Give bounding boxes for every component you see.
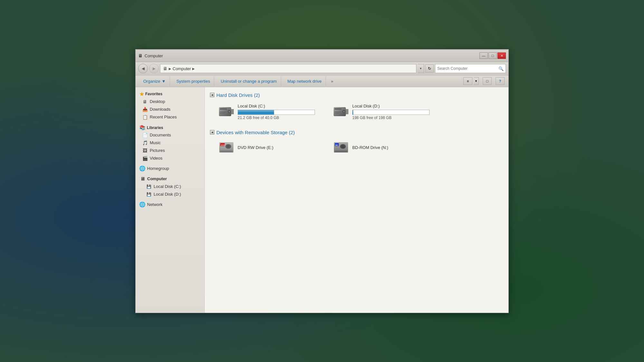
sidebar-computer-section: 🖥 Computer 💾 Local Disk (C:) 💾 Local Dis… — [136, 175, 204, 198]
map-network-button[interactable]: Map network drive — [284, 76, 326, 86]
drive-item-d[interactable]: Local Disk (D:) 198 GB free of 198 GB — [331, 102, 440, 122]
sidebar-item-homegroup[interactable]: 🌐 Homegroup — [136, 165, 204, 172]
drive-d-name: Local Disk (D:) — [352, 104, 439, 108]
sidebar-item-recent[interactable]: 📋 Recent Places — [136, 113, 204, 121]
sidebar-item-network[interactable]: 🌐 Network — [136, 201, 204, 209]
address-arrow1: ▶ — [169, 67, 171, 70]
bd-icon-container: BD — [333, 141, 349, 155]
dvd-icon-container: DVD — [218, 141, 234, 155]
removable-drives-grid: DVD DVD RW Drive (E:) — [216, 139, 503, 157]
sidebar-item-downloads[interactable]: 📥 Downloads — [136, 106, 204, 113]
forward-button[interactable]: ▶ — [149, 64, 159, 73]
minimize-button[interactable]: — — [479, 52, 488, 59]
window-title: Computer — [145, 53, 163, 58]
drive-d-fill — [353, 110, 353, 115]
back-button[interactable]: ◀ — [138, 64, 148, 73]
removable-section-title: Devices with Removable Storage (2) — [216, 130, 295, 135]
sidebar-homegroup-section: 🌐 Homegroup — [136, 165, 204, 172]
desktop-icon: 🖥 — [142, 99, 148, 105]
svg-point-4 — [229, 111, 230, 112]
sidebar-downloads-label: Downloads — [150, 107, 170, 112]
hard-disk-drives-grid: Local Disk (C:) 21.2 GB free of 40.0 GB — [216, 102, 503, 122]
system-properties-button[interactable]: System properties — [173, 76, 214, 86]
svg-text:DVD: DVD — [221, 144, 225, 146]
svg-rect-5 — [220, 112, 226, 112]
uninstall-button[interactable]: Uninstall or change a program — [217, 76, 281, 86]
svg-rect-9 — [335, 108, 342, 110]
sidebar-pictures-label: Pictures — [150, 148, 165, 153]
sidebar-item-desktop[interactable]: 🖥 Desktop — [136, 98, 204, 106]
change-view-button[interactable]: ≡ — [463, 77, 472, 85]
title-bar-left: 🖥 Computer — [138, 53, 163, 58]
svg-rect-8 — [346, 109, 348, 114]
sidebar-libraries-label: Libraries — [147, 125, 163, 130]
bd-info: BD-ROM Drive (N:) — [352, 145, 439, 151]
hard-disk-section-title: Hard Disk Drives (2) — [216, 92, 260, 98]
drive-c-icon-container — [218, 105, 234, 119]
map-network-label: Map network drive — [288, 79, 322, 84]
sidebar-item-disk-d[interactable]: 💾 Local Disk (D:) — [136, 190, 204, 198]
toolbar-more-button[interactable]: » — [328, 79, 336, 84]
sidebar-network-section: 🌐 Network — [136, 201, 204, 209]
sidebar-documents-label: Documents — [150, 133, 171, 137]
preview-pane-button[interactable]: □ — [483, 77, 492, 85]
drive-c-name: Local Disk (C:) — [238, 104, 324, 108]
drive-d-progress-bar — [352, 110, 430, 115]
downloads-icon: 📥 — [142, 107, 148, 112]
network-icon: 🌐 — [139, 202, 145, 208]
disk-c-icon: 💾 — [146, 184, 152, 190]
hard-disk-section-header: ◄ Hard Disk Drives (2) — [210, 92, 503, 98]
sidebar-favorites-header[interactable]: ★ Favorites — [136, 90, 204, 98]
drive-d-space: 198 GB free of 198 GB — [352, 116, 439, 120]
explorer-window: 🖥 Computer — □ ✕ ◀ ▶ 🖥 ▶ Computer ▶ ▼ ↻ … — [135, 49, 509, 313]
sidebar-item-disk-c[interactable]: 💾 Local Disk (C:) — [136, 183, 204, 190]
libraries-icon: 📚 — [139, 125, 146, 131]
drive-item-dvd[interactable]: DVD DVD RW Drive (E:) — [216, 139, 326, 157]
maximize-button[interactable]: □ — [488, 52, 497, 59]
hard-disk-collapse-button[interactable]: ◄ — [210, 93, 214, 97]
removable-collapse-button[interactable]: ◄ — [210, 130, 214, 135]
drive-c-progress-bar — [238, 110, 315, 115]
organize-button[interactable]: Organize ▼ — [139, 76, 170, 86]
address-field[interactable]: 🖥 ▶ Computer ▶ — [160, 64, 416, 73]
drive-c-info: Local Disk (C:) 21.2 GB free of 40.0 GB — [238, 104, 324, 120]
sidebar-item-videos[interactable]: 🎬 Videos — [136, 154, 204, 162]
address-bar: ◀ ▶ 🖥 ▶ Computer ▶ ▼ ↻ 🔍 — [136, 62, 508, 76]
sidebar-disk-c-label: Local Disk (C:) — [154, 184, 181, 189]
sidebar-item-documents[interactable]: 📄 Documents — [136, 131, 204, 139]
sidebar-libraries-section: 📚 Libraries 📄 Documents 🎵 Music 🖼 Pictur… — [136, 124, 204, 162]
dvd-name: DVD RW Drive (E:) — [238, 145, 324, 150]
help-button[interactable]: ? — [496, 77, 505, 85]
videos-icon: 🎬 — [142, 155, 148, 161]
search-input[interactable] — [437, 66, 497, 71]
address-arrow2: ▶ — [192, 67, 195, 70]
drive-d-icon — [333, 105, 349, 118]
disk-d-icon: 💾 — [146, 191, 152, 197]
sidebar-item-pictures[interactable]: 🖼 Pictures — [136, 147, 204, 154]
sidebar-homegroup-label: Homegroup — [147, 166, 169, 171]
svg-point-25 — [341, 145, 345, 148]
sidebar-libraries-header[interactable]: 📚 Libraries — [136, 124, 204, 131]
refresh-button[interactable]: ↻ — [425, 64, 434, 73]
close-button[interactable]: ✕ — [497, 52, 506, 59]
sidebar-item-music[interactable]: 🎵 Music — [136, 139, 204, 147]
system-properties-label: System properties — [176, 79, 210, 84]
sidebar-item-computer[interactable]: 🖥 Computer — [136, 175, 204, 183]
drive-item-bd[interactable]: BD BD-ROM Drive (N:) — [331, 139, 440, 157]
content-pane: ◄ Hard Disk Drives (2) — [205, 87, 508, 313]
search-icon[interactable]: 🔍 — [498, 66, 504, 71]
sidebar-favorites-section: ★ Favorites 🖥 Desktop 📥 Downloads 📋 Rece… — [136, 90, 204, 121]
dvd-info: DVD RW Drive (E:) — [238, 145, 324, 151]
address-dropdown-button[interactable]: ▼ — [418, 64, 424, 73]
toolbar: Organize ▼ System properties Uninstall o… — [136, 76, 508, 87]
title-bar: 🖥 Computer — □ ✕ — [136, 50, 508, 62]
address-path-icon: 🖥 — [163, 66, 167, 71]
toolbar-right: ≡ ▼ □ ? — [463, 77, 505, 85]
window-controls: — □ ✕ — [479, 52, 506, 59]
view-dropdown-button[interactable]: ▼ — [474, 77, 479, 85]
svg-point-11 — [343, 111, 345, 112]
uninstall-label: Uninstall or change a program — [221, 79, 277, 84]
drive-item-c[interactable]: Local Disk (C:) 21.2 GB free of 40.0 GB — [216, 102, 326, 122]
drive-c-space: 21.2 GB free of 40.0 GB — [238, 116, 324, 120]
recent-places-icon: 📋 — [142, 114, 148, 120]
